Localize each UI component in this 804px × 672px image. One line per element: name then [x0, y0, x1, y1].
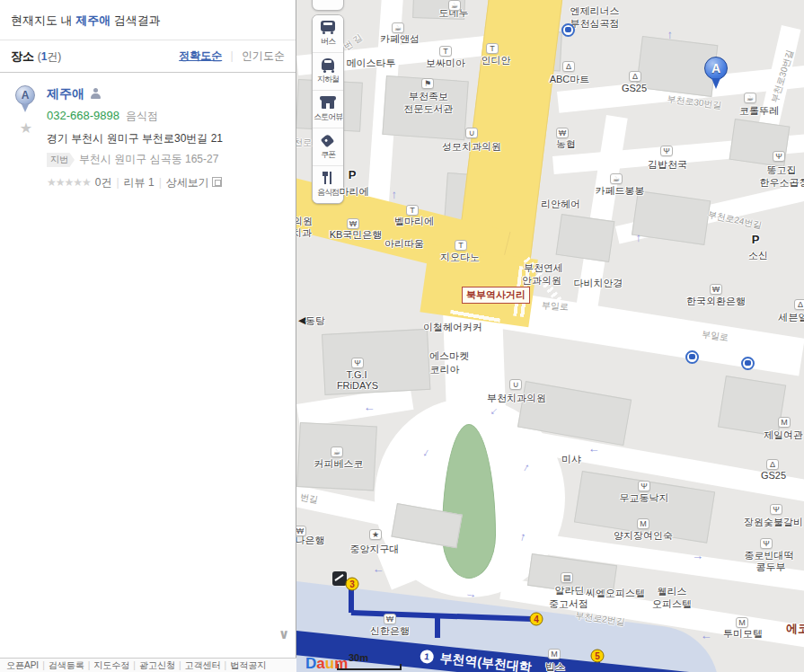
map-toolbar: 버스지하철스토어뷰쿠폰음식점: [312, 14, 344, 204]
review-link[interactable]: 리뷰 1: [124, 176, 155, 189]
marker-tail: [711, 78, 720, 93]
toolbar-button-label: 지하철: [313, 74, 343, 85]
map-label: 장원숯불갈비: [744, 516, 803, 529]
map-label: 세븐일: [779, 311, 804, 324]
sort-accuracy[interactable]: 정확도순: [179, 49, 222, 62]
bank-icon: ₩: [384, 614, 396, 624]
search-result-marker[interactable]: A: [704, 57, 728, 93]
toolbar-button-coupon[interactable]: 쿠폰: [313, 128, 343, 165]
map-label: 알라딘: [555, 584, 585, 597]
map-label: 부천연세: [524, 261, 563, 275]
section-label: 장소: [11, 49, 34, 63]
cafe-icon: ☕: [392, 22, 404, 33]
map-label: 김밥천국: [648, 158, 687, 172]
footer-link[interactable]: 검색등록: [49, 660, 84, 670]
station-exit-number: 5: [591, 650, 605, 663]
map-label: 똥고집: [767, 164, 797, 177]
tooth-icon: ∪: [509, 379, 522, 390]
map-label: 신한은행: [370, 624, 410, 638]
road-label: 천로: [296, 137, 312, 149]
cafe-icon: ☕: [610, 173, 623, 184]
footer-divider: |: [133, 660, 136, 670]
detail-link[interactable]: 상세보기: [166, 176, 209, 189]
map-label: GS25: [761, 470, 786, 481]
map-label: P: [752, 233, 760, 246]
search-summary-prefix: 현재지도 내: [11, 13, 75, 27]
scroll-down-chevron[interactable]: ∨: [278, 626, 289, 642]
toolbar-button-subway[interactable]: 지하철: [313, 52, 343, 90]
police-icon: ★: [369, 529, 382, 540]
direction-arrow-icon: →: [630, 233, 643, 244]
favorite-star-icon[interactable]: ★: [11, 119, 41, 137]
review-row: ★★★★★0건|리뷰 1|상세보기: [47, 175, 285, 190]
map-label: 한우소곱창: [760, 176, 804, 190]
map-label: 웰리스: [658, 585, 687, 598]
place-name-link[interactable]: 제주애: [47, 86, 84, 101]
direction-arrow-icon: →: [701, 632, 712, 646]
map-label: 에코: [786, 621, 804, 637]
sort-options: 정확도순 | 인기도순: [179, 49, 285, 64]
map-label: 오피스텔: [652, 597, 692, 611]
food-icon: Ψ: [773, 151, 785, 162]
sort-popularity[interactable]: 인기도순: [242, 49, 285, 62]
direction-arrow-icon: →: [373, 566, 384, 579]
bank-icon: ₩: [347, 218, 359, 229]
footer-link[interactable]: 지도수정: [93, 660, 129, 670]
map-canvas[interactable]: 1 부천역(부천대학 북부역사거리 A ◀ 30m Daum 버스지하철스토어뷰…: [296, 0, 804, 672]
cafe-icon: ☕: [448, 0, 461, 11]
footer-link[interactable]: 광고신청: [139, 660, 175, 670]
shop-icon: Δ: [794, 299, 804, 310]
rating-stars: ★★★★★: [47, 176, 91, 189]
food-icon: Ψ: [770, 504, 782, 515]
toolbar-stub-button[interactable]: [312, 0, 344, 11]
direction-arrow-icon: →: [588, 446, 600, 459]
clothes-icon: T: [439, 46, 452, 57]
bus-stop-icon[interactable]: [741, 357, 755, 370]
map-label: 콩두부: [756, 561, 786, 574]
food-icon: Ψ: [760, 538, 773, 549]
footer-divider: |: [88, 660, 91, 670]
map-label: 지오다노: [440, 251, 480, 264]
map-label: 카페드봉봉: [596, 184, 645, 198]
bus-stop-icon[interactable]: [561, 23, 575, 37]
phone-number: 032-668-9898: [47, 109, 119, 122]
map-label: 소신: [748, 249, 768, 262]
footer-link[interactable]: 법적공지: [230, 660, 266, 670]
motel-icon: M: [778, 417, 791, 428]
footer-link[interactable]: 고객센터: [185, 660, 221, 670]
map-label: 미샤: [561, 453, 581, 466]
map-label: 인디안: [482, 54, 511, 67]
daum-logo-letter: u: [325, 655, 334, 672]
footer-divider: |: [179, 660, 181, 670]
map-label: 이철헤어커커: [423, 321, 482, 334]
footer-link[interactable]: 오픈API: [6, 660, 39, 670]
map-label: 씨엘오피스텔: [586, 587, 645, 600]
map-label: 부천족보: [409, 90, 448, 103]
toolbar-button-bus[interactable]: 버스: [313, 15, 343, 52]
shop-icon: Δ: [562, 61, 575, 72]
cafe-icon: ☕: [744, 93, 756, 103]
map-label: 커피베스코: [314, 457, 364, 471]
station-exit-number: 4: [530, 613, 543, 626]
subway-icon: [322, 58, 334, 70]
search-result-item[interactable]: A ★ 제주애 032-668-9898음식점 경기 부천시 원미구 부천로30…: [0, 73, 296, 203]
subway-line-number: 1: [420, 650, 434, 664]
rating-count: 0건: [95, 176, 112, 189]
result-marker-pin: A: [15, 85, 37, 116]
map-label: 중앙지구대: [350, 543, 400, 556]
bus-stop-icon[interactable]: [685, 350, 699, 364]
map-label: ABC마트: [550, 73, 590, 86]
direction-arrow-icon: →: [692, 549, 703, 562]
map-label: 보싸미아: [426, 57, 465, 70]
motel-icon: M: [548, 649, 561, 659]
map-label: 벨마리에: [394, 215, 434, 228]
toolbar-button-storeview[interactable]: 스토어뷰: [313, 90, 343, 128]
map-label: 부천심곡점: [570, 17, 620, 31]
external-link-icon[interactable]: [212, 177, 222, 187]
bank-icon: ₩: [556, 128, 569, 138]
building-block: [718, 376, 786, 437]
storeview-person-icon[interactable]: [90, 88, 102, 100]
daum-logo: Daum: [305, 655, 348, 672]
food-icon: Ψ: [351, 358, 364, 368]
footer-divider: |: [225, 660, 227, 670]
